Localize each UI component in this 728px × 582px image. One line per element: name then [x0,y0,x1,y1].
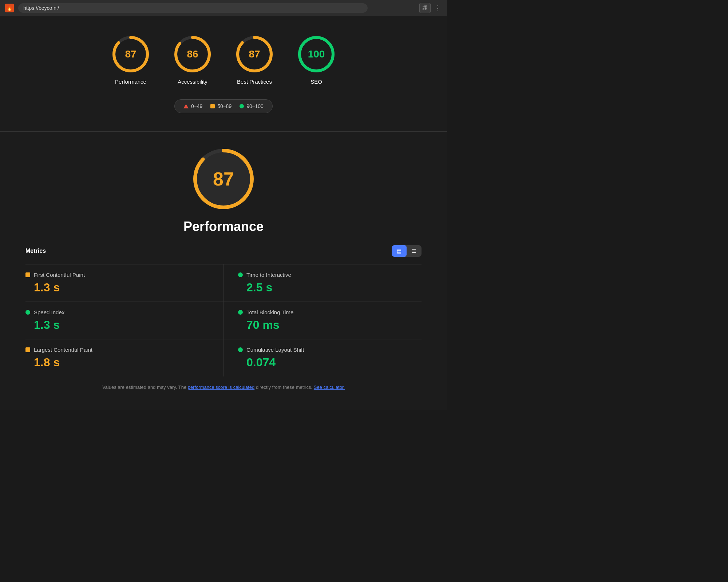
metrics-section: Metrics ▤ ☰ First Contentful Paint 1.3 s [7,245,440,376]
scores-row: 87 Performance 86 Accessibility [7,27,440,96]
footer-text-2: directly from these metrics. [254,384,314,390]
performance-title: Performance [183,219,264,234]
gauge-number-best-practices: 87 [249,48,260,60]
metric-dot-lcp [25,347,30,352]
metric-value-cls: 0.074 [238,356,422,369]
translate-button[interactable]: 譯 [419,3,431,13]
metric-cell-fcp: First Contentful Paint 1.3 s [25,264,223,302]
score-legend: 0–49 50–89 90–100 [7,99,440,113]
metric-name-row-tti: Time to Interactive [238,272,422,278]
footer-note: Values are estimated and may vary. The p… [84,376,363,399]
metric-name-tbt: Total Blocking Time [246,309,293,315]
performance-section: 87 Performance Metrics ▤ ☰ First Content… [0,132,447,410]
score-item-best-practices: 87 Best Practices [234,34,274,85]
legend-item-low: 0–49 [183,103,202,109]
metric-cell-lcp: Largest Contentful Paint 1.8 s [25,339,223,376]
gauge-performance: 87 [111,34,151,74]
metric-dot-cls [238,347,243,352]
metric-name-row-fcp: First Contentful Paint [25,272,209,278]
metric-name-si: Speed Index [34,309,64,315]
score-item-performance: 87 Performance [111,34,151,85]
score-label-performance: Performance [115,79,146,85]
metric-dot-tbt [238,310,243,315]
browser-bar: 🔥 https://beyco.nl/ 譯 ⋮ [0,0,447,16]
legend-circle-icon [240,104,244,108]
footer-link-see-calculator[interactable]: See calculator. [314,384,345,390]
footer-link-calculator[interactable]: performance score is calculated [188,384,255,390]
gauge-number-accessibility: 86 [187,48,198,60]
metrics-header: Metrics ▤ ☰ [25,245,422,257]
score-label-seo: SEO [310,79,322,85]
footer-text-1: Values are estimated and may vary. The [102,384,188,390]
view-toggle[interactable]: ▤ ☰ [392,245,422,257]
big-gauge-number: 87 [213,168,234,190]
metric-name-fcp: First Contentful Paint [34,272,85,278]
metric-value-tti: 2.5 s [238,281,422,294]
grid-icon: ▤ [397,248,401,254]
metric-name-lcp: Largest Contentful Paint [34,347,92,353]
score-label-best-practices: Best Practices [237,79,272,85]
legend-triangle-icon [183,104,189,108]
score-item-seo: 100 SEO [296,34,336,85]
metric-cell-tti: Time to Interactive 2.5 s [223,264,422,302]
metric-cell-cls: Cumulative Layout Shift 0.074 [223,339,422,376]
legend-range-high: 90–100 [246,103,264,109]
list-icon: ☰ [412,248,416,254]
gauge-best-practices: 87 [234,34,274,74]
metric-dot-fcp [25,272,30,277]
legend-square-icon [210,104,215,108]
legend-item-high: 90–100 [240,103,264,109]
legend-inner: 0–49 50–89 90–100 [174,99,273,113]
gauge-accessibility: 86 [173,34,213,74]
metric-name-row-lcp: Largest Contentful Paint [25,347,209,353]
legend-range-low: 0–49 [191,103,202,109]
main-content: 87 Performance 86 Accessibility [0,16,447,131]
gauge-seo: 100 [296,34,336,74]
metric-cell-si: Speed Index 1.3 s [25,302,223,339]
metric-name-row-tbt: Total Blocking Time [238,309,422,315]
big-gauge: 87 [191,146,256,212]
toggle-list-button[interactable]: ☰ [407,245,422,257]
toggle-grid-button[interactable]: ▤ [392,245,407,257]
metrics-title: Metrics [25,248,46,254]
legend-item-mid: 50–89 [210,103,232,109]
legend-range-mid: 50–89 [217,103,232,109]
score-label-accessibility: Accessibility [178,79,207,85]
more-menu-button[interactable]: ⋮ [434,4,442,12]
gauge-number-seo: 100 [308,48,325,60]
metric-name-row-cls: Cumulative Layout Shift [238,347,422,353]
translate-icon: 譯 [423,5,427,11]
browser-url-bar[interactable]: https://beyco.nl/ [18,3,368,13]
metric-name-row-si: Speed Index [25,309,209,315]
metric-dot-tti [238,272,243,277]
metric-value-si: 1.3 s [25,318,209,332]
metric-value-fcp: 1.3 s [25,281,209,294]
metrics-grid: First Contentful Paint 1.3 s Time to Int… [25,264,422,376]
metric-name-cls: Cumulative Layout Shift [246,347,304,353]
gauge-number-performance: 87 [125,48,136,60]
metric-cell-tbt: Total Blocking Time 70 ms [223,302,422,339]
metric-dot-si [25,310,30,315]
metric-value-tbt: 70 ms [238,318,422,332]
metric-value-lcp: 1.8 s [25,356,209,369]
browser-actions: 譯 ⋮ [419,3,442,13]
score-item-accessibility: 86 Accessibility [173,34,213,85]
browser-favicon: 🔥 [5,4,14,12]
metric-name-tti: Time to Interactive [246,272,291,278]
